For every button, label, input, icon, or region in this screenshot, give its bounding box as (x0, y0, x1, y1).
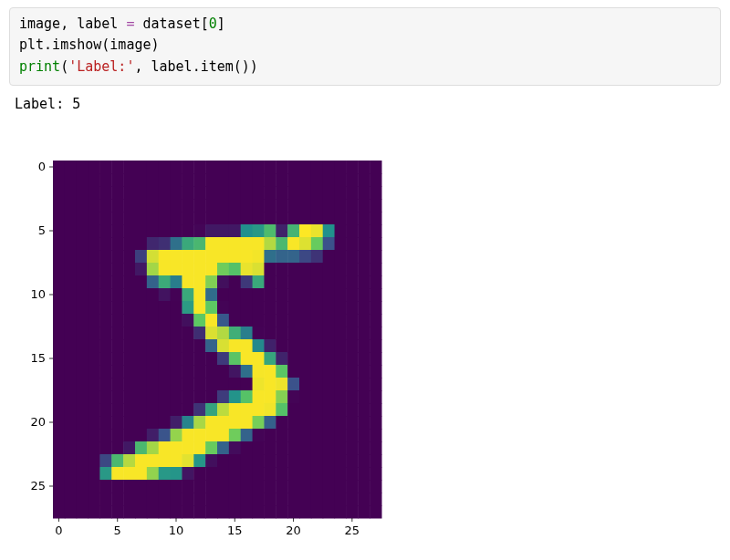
svg-rect-27 (370, 161, 381, 174)
svg-rect-592 (99, 429, 111, 442)
svg-rect-346 (171, 314, 182, 327)
svg-text:25: 25 (345, 524, 360, 537)
svg-rect-672 (53, 467, 65, 481)
svg-rect-605 (253, 429, 265, 442)
svg-rect-644 (53, 454, 65, 468)
svg-rect-720 (287, 480, 299, 493)
svg-rect-30 (77, 173, 89, 187)
svg-rect-489 (205, 378, 217, 391)
svg-rect-734 (123, 493, 135, 506)
svg-rect-0 (53, 161, 65, 174)
svg-rect-478 (77, 378, 89, 391)
svg-rect-148 (147, 224, 159, 238)
svg-rect-192 (335, 237, 347, 251)
svg-rect-5 (111, 161, 123, 174)
svg-rect-531 (370, 390, 381, 404)
svg-rect-136 (335, 212, 347, 225)
svg-rect-420 (53, 352, 65, 366)
svg-rect-69 (205, 186, 217, 200)
svg-text:15: 15 (30, 351, 46, 365)
svg-rect-24 (335, 161, 347, 174)
svg-rect-405 (205, 339, 217, 353)
svg-rect-154 (217, 224, 229, 238)
svg-rect-245 (299, 263, 311, 276)
svg-rect-197 (65, 250, 77, 264)
svg-rect-667 (323, 454, 335, 468)
svg-rect-691 (276, 467, 287, 481)
svg-rect-195 (370, 237, 381, 251)
svg-rect-730 (77, 493, 89, 506)
svg-rect-332 (335, 301, 347, 315)
svg-rect-506 (77, 390, 89, 404)
svg-rect-443 (323, 352, 335, 366)
svg-rect-251 (370, 263, 381, 276)
svg-rect-740 (193, 493, 205, 506)
svg-rect-415 (323, 339, 335, 353)
svg-rect-496 (287, 378, 299, 391)
svg-rect-81 (346, 186, 358, 200)
svg-rect-497 (299, 378, 311, 391)
svg-rect-602 (217, 429, 229, 442)
svg-rect-438 (264, 352, 276, 366)
svg-rect-34 (123, 173, 135, 187)
svg-rect-299 (276, 288, 287, 302)
svg-rect-17 (253, 161, 265, 174)
svg-rect-548 (241, 403, 253, 417)
svg-rect-714 (217, 480, 229, 493)
svg-rect-659 (229, 454, 241, 468)
svg-rect-94 (171, 199, 182, 213)
svg-rect-67 (182, 186, 193, 200)
svg-rect-180 (193, 237, 205, 251)
svg-rect-702 (77, 480, 89, 493)
svg-rect-188 (287, 237, 299, 251)
svg-rect-278 (358, 275, 370, 289)
svg-rect-365 (65, 327, 77, 340)
svg-rect-567 (135, 416, 147, 430)
svg-rect-542 (171, 403, 182, 417)
svg-rect-536 (99, 403, 111, 417)
svg-rect-91 (135, 199, 147, 213)
svg-rect-253 (65, 275, 77, 289)
svg-rect-342 (123, 314, 135, 327)
svg-rect-146 (123, 224, 135, 238)
svg-rect-270 (264, 275, 276, 289)
svg-rect-76 (287, 186, 299, 200)
svg-rect-293 (205, 288, 217, 302)
svg-rect-670 (358, 454, 370, 468)
svg-rect-359 (323, 314, 335, 327)
svg-rect-248 (335, 263, 347, 276)
svg-rect-185 (253, 237, 265, 251)
svg-rect-165 (346, 224, 358, 238)
svg-rect-128 (241, 212, 253, 225)
svg-rect-239 (229, 263, 241, 276)
svg-rect-392 (53, 339, 65, 353)
svg-rect-549 (253, 403, 265, 417)
svg-rect-467 (276, 365, 287, 379)
svg-rect-535 (89, 403, 100, 417)
svg-rect-137 (346, 212, 358, 225)
svg-rect-20 (287, 161, 299, 174)
svg-rect-321 (205, 301, 217, 315)
svg-rect-153 (205, 224, 217, 238)
svg-rect-554 (311, 403, 323, 417)
svg-rect-716 (241, 480, 253, 493)
svg-rect-722 (311, 480, 323, 493)
svg-rect-725 (346, 480, 358, 493)
svg-rect-122 (171, 212, 182, 225)
svg-rect-663 (276, 454, 287, 468)
svg-rect-508 (99, 390, 111, 404)
svg-rect-574 (217, 416, 229, 430)
svg-rect-742 (217, 493, 229, 506)
svg-rect-547 (229, 403, 241, 417)
svg-rect-668 (335, 454, 347, 468)
svg-rect-102 (264, 199, 276, 213)
svg-rect-603 (229, 429, 241, 442)
svg-rect-99 (229, 199, 241, 213)
svg-rect-138 (358, 212, 370, 225)
svg-rect-403 (182, 339, 193, 353)
svg-rect-206 (171, 250, 182, 264)
svg-rect-481 (111, 378, 123, 391)
svg-rect-743 (229, 493, 241, 506)
svg-rect-181 (205, 237, 217, 251)
svg-rect-606 (264, 429, 276, 442)
